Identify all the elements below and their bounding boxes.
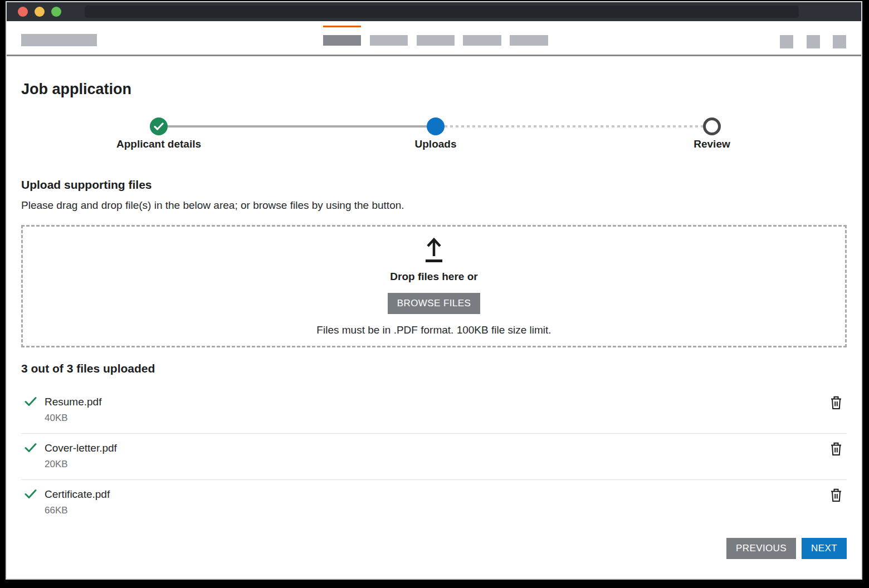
step-review-circle-icon[interactable] [703, 117, 721, 135]
step-applicant-details-check-icon[interactable] [150, 117, 168, 135]
main-content: Job application Applicant details Upload… [7, 81, 861, 576]
delete-file-button[interactable] [829, 442, 843, 456]
file-name: Certificate.pdf [45, 488, 824, 501]
window-minimize-button[interactable] [35, 7, 45, 17]
file-dropzone[interactable]: Drop files here or BROWSE FILES Files mu… [21, 225, 847, 347]
address-bar[interactable] [85, 6, 799, 18]
file-row-cover-letter: Cover-letter.pdf 20KB [21, 434, 847, 480]
desktop-background: { "colors": { "accent_orange": "#e2610e"… [0, 0, 869, 588]
trash-icon [830, 488, 842, 502]
upload-section-description: Please drag and drop file(s) in the belo… [21, 199, 847, 212]
progress-stepper: Applicant details Uploads Review [21, 97, 847, 153]
check-icon [154, 122, 164, 130]
browse-files-button[interactable]: BROWSE FILES [388, 293, 480, 314]
nav-tab-1-active[interactable] [323, 35, 361, 46]
drop-files-text: Drop files here or [390, 271, 477, 283]
previous-button[interactable]: PREVIOUS [726, 538, 796, 559]
uploaded-file-list: Resume.pdf 40KB Cover-letter.pdf 20KB [21, 388, 847, 526]
files-uploaded-summary: 3 out of 3 files uploaded [21, 362, 847, 375]
page-title: Job application [21, 81, 847, 97]
trash-icon [830, 395, 842, 410]
nav-tab-2[interactable] [370, 35, 408, 46]
next-button[interactable]: NEXT [802, 538, 847, 559]
active-tab-indicator [323, 26, 361, 27]
browser-window: Job application Applicant details Upload… [6, 1, 862, 580]
nav-tab-4[interactable] [463, 35, 501, 46]
file-name: Cover-letter.pdf [45, 442, 824, 455]
window-close-button[interactable] [18, 7, 28, 17]
nav-action-icon-3[interactable] [833, 35, 846, 48]
stepper-connector-complete [168, 125, 427, 128]
file-uploaded-check-icon [25, 489, 37, 499]
file-name: Resume.pdf [45, 395, 824, 409]
delete-file-button[interactable] [829, 488, 843, 502]
step-label-uploads: Uploads [415, 138, 457, 150]
file-row-certificate: Certificate.pdf 66KB [21, 480, 847, 526]
step-uploads-dot-icon[interactable] [427, 117, 445, 135]
file-size: 20KB [45, 458, 824, 471]
file-uploaded-check-icon [25, 443, 37, 453]
delete-file-button[interactable] [829, 395, 843, 410]
logo-placeholder [21, 34, 97, 46]
trash-icon [830, 442, 842, 456]
file-size: 66KB [45, 504, 824, 517]
nav-action-icon-1[interactable] [780, 35, 793, 48]
nav-tab-5[interactable] [510, 35, 548, 46]
nav-tab-3[interactable] [417, 35, 455, 46]
window-titlebar [7, 2, 861, 21]
upload-icon [422, 236, 446, 263]
file-uploaded-check-icon [25, 396, 37, 406]
file-row-resume: Resume.pdf 40KB [21, 388, 847, 434]
nav-action-icon-2[interactable] [807, 35, 820, 48]
step-label-review: Review [694, 138, 730, 150]
upload-section-heading: Upload supporting files [21, 178, 847, 192]
step-label-applicant-details: Applicant details [116, 138, 201, 150]
stepper-connector-upcoming [445, 125, 703, 128]
app-navbar [7, 21, 861, 56]
window-zoom-button[interactable] [51, 7, 61, 17]
file-size: 40KB [45, 412, 824, 424]
wizard-footer-actions: PREVIOUS NEXT [21, 538, 847, 576]
file-format-note: Files must be in .PDF format. 100KB file… [316, 324, 551, 336]
